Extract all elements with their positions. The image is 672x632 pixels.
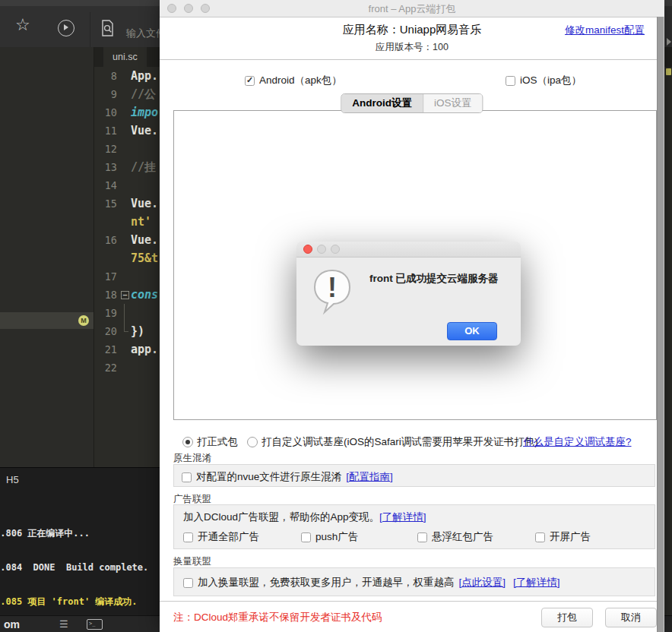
obfuscation-section: 对配置的nvue文件进行原生混淆 [配置指南] <box>173 464 655 487</box>
success-alert: ! front 已成功提交云端服务器 OK <box>296 242 521 346</box>
dcloud-promise-note: 注：DCloud郑重承诺不保留开发者证书及代码 <box>173 611 382 624</box>
svg-text:!: ! <box>328 272 337 303</box>
exchange-union-checkbox[interactable]: 加入换量联盟，免费获取更多用户，开通越早，权重越高 <box>183 576 455 589</box>
zoom-alert-icon <box>331 245 340 254</box>
tab-android-settings[interactable]: Android设置 <box>341 94 423 112</box>
favorite-star-icon[interactable] <box>15 15 30 35</box>
push-ads-checkbox[interactable]: push广告 <box>301 530 358 544</box>
checkbox-icon <box>183 532 193 542</box>
ad-union-detail-link[interactable]: [了解详情] <box>379 510 426 524</box>
splash-ads-checkbox[interactable]: 开屏广告 <box>535 530 591 544</box>
checkbox-icon <box>301 532 311 542</box>
minimap-marker <box>666 68 671 75</box>
exchange-setup-link[interactable]: [点此设置] <box>459 576 506 589</box>
dialog-scrollbar[interactable] <box>657 17 664 632</box>
fold-collapse-icon[interactable] <box>121 291 129 299</box>
exchange-detail-link[interactable]: [了解详情] <box>513 576 560 589</box>
close-alert-icon[interactable] <box>303 245 312 254</box>
checkbox-checked-icon <box>245 76 255 86</box>
radio-selected-icon <box>182 437 193 447</box>
android-platform-checkbox[interactable]: Android（apk包） <box>245 74 342 87</box>
pack-button[interactable]: 打包 <box>541 608 593 627</box>
header-divider <box>160 59 664 60</box>
float-redpacket-ads-checkbox[interactable]: 悬浮红包广告 <box>417 530 493 544</box>
log-line: 2.084 DONE Build complete. <box>0 561 160 574</box>
scrollbar-thumb[interactable] <box>658 17 664 632</box>
tab-ios-settings[interactable]: iOS设置 <box>423 94 483 112</box>
console-log: 2.806 正在编译中... 2.084 DONE Build complete… <box>0 506 160 616</box>
settings-tabs: Android设置 iOS设置 <box>341 93 483 113</box>
what-is-custom-base-link[interactable]: 什么是自定义调试基座? <box>523 435 632 449</box>
footer-divider <box>160 601 664 602</box>
git-modified-badge: M <box>78 315 89 326</box>
exclamation-bubble-icon: ! <box>310 267 354 321</box>
all-ads-checkbox[interactable]: 开通全部广告 <box>183 530 259 544</box>
alert-titlebar <box>296 242 521 258</box>
alert-message: front 已成功提交云端服务器 <box>369 272 514 285</box>
checkbox-icon <box>506 76 515 86</box>
outline-list-icon[interactable] <box>59 618 68 630</box>
ad-union-desc: 加入DCloud广告联盟，帮助你的App变现。 <box>183 510 379 524</box>
checkbox-icon <box>535 532 545 542</box>
ios-platform-checkbox[interactable]: iOS（ipa包） <box>506 74 582 87</box>
dialog-title: front – App云端打包 <box>160 2 664 16</box>
nvue-obfuscation-checkbox[interactable]: 对配置的nvue文件进行原生混淆 <box>182 470 341 484</box>
checkbox-icon <box>183 578 193 588</box>
console-panel: H5 2.806 正在编译中... 2.084 DONE Build compl… <box>0 467 160 616</box>
custom-debug-base-radio[interactable]: 打自定义调试基座(iOS的Safari调试需要用苹果开发证书打包) <box>247 435 538 449</box>
ok-button[interactable]: OK <box>447 322 497 340</box>
app-version: 应用版本号：100 <box>160 41 664 54</box>
checkbox-icon <box>417 532 427 542</box>
cancel-button[interactable]: 取消 <box>605 608 657 627</box>
obfuscation-section-title: 原生混淆 <box>173 452 211 465</box>
minimize-alert-icon <box>317 245 326 254</box>
status-bar-text: om <box>4 618 20 630</box>
checkbox-icon <box>182 472 192 482</box>
chevron-right-icon[interactable] <box>667 38 671 46</box>
manifest-config-link[interactable]: 修改manifest配置 <box>565 24 645 37</box>
terminal-icon[interactable] <box>87 619 103 630</box>
screen: 输入文件名 M uni.sc 8App. 9//公 10impo 11Vue. … <box>0 0 672 632</box>
file-explorer: M <box>0 47 94 467</box>
log-line: 2.085 项目 'front' 编译成功. <box>0 596 160 608</box>
ad-union-section: 加入DCloud广告联盟，帮助你的App变现。 [了解详情] 开通全部广告 pu… <box>173 504 655 549</box>
dialog-titlebar: front – App云端打包 <box>160 0 664 17</box>
run-play-icon[interactable] <box>58 20 74 36</box>
editor-tab[interactable]: uni.sc <box>103 47 147 67</box>
console-panel-label: H5 <box>6 474 19 485</box>
radio-icon <box>247 437 258 447</box>
log-line: 2.806 正在编译中... <box>0 527 160 540</box>
file-search-icon[interactable] <box>99 19 116 40</box>
obfuscation-guide-link[interactable]: [配置指南] <box>346 470 393 484</box>
explorer-selected-item[interactable]: M <box>0 312 94 329</box>
fold-guide-line <box>124 304 128 332</box>
exchange-union-section-title: 换量联盟 <box>173 555 211 568</box>
release-build-radio[interactable]: 打正式包 <box>182 435 238 449</box>
exchange-union-section: 加入换量联盟，免费获取更多用户，开通越早，权重越高 [点此设置] [了解详情] <box>173 567 655 596</box>
